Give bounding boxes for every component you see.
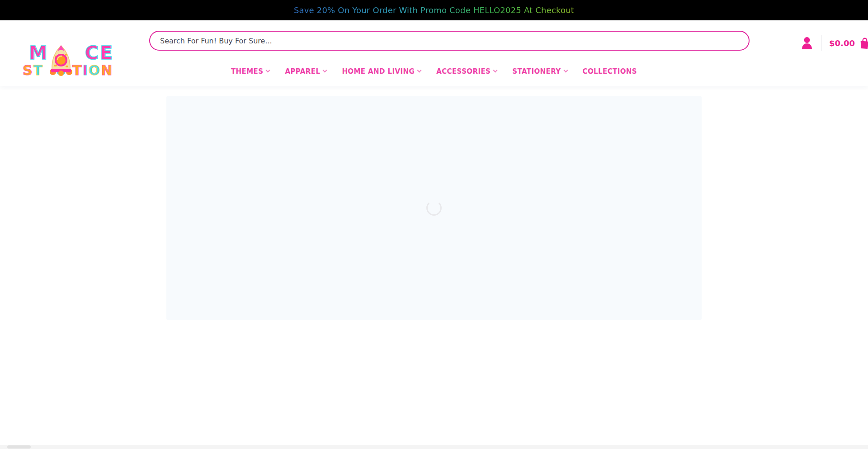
chevron-down-icon (563, 68, 568, 73)
rocket-icon (46, 45, 76, 78)
user-icon[interactable] (801, 37, 813, 49)
nav-item-collections[interactable]: COLLECTIONS (582, 66, 638, 77)
search-bar (149, 31, 750, 51)
promo-banner-text: Save 20% On Your Order With Promo Code H… (294, 5, 574, 15)
nav-item-accessories[interactable]: ACCESSORIES (435, 66, 498, 77)
site-header: M C E S T T I O N (0, 20, 868, 86)
search-input[interactable] (149, 31, 750, 51)
nav-item-stationery[interactable]: STATIONERY (511, 66, 568, 77)
nav-item-label: STATIONERY (512, 67, 561, 76)
nav-item-label: ACCESSORIES (436, 67, 491, 76)
nav-item-themes[interactable]: THEMES (230, 66, 270, 77)
nav-item-label: HOME AND LIVING (342, 67, 415, 76)
chevron-down-icon (323, 68, 327, 73)
scrollbar-thumb[interactable] (7, 445, 31, 449)
nav-item-home-and-living[interactable]: HOME AND LIVING (341, 66, 422, 77)
chevron-down-icon (417, 68, 422, 73)
cart-link[interactable]: $0.00 (829, 36, 868, 50)
spinner-icon (426, 200, 442, 216)
promo-banner: Save 20% On Your Order With Promo Code H… (0, 0, 868, 20)
nav-item-apparel[interactable]: APPAREL (284, 66, 327, 77)
horizontal-scrollbar[interactable] (0, 445, 868, 449)
header-divider (821, 35, 821, 51)
logo-letter: E (100, 43, 114, 63)
nav-item-label: APPAREL (285, 67, 320, 76)
page: Save 20% On Your Order With Promo Code H… (0, 0, 868, 449)
shopping-bag-icon (859, 37, 868, 50)
main-nav: THEMES APPAREL HOME AND LIVING ACCESSORI… (0, 66, 868, 77)
chevron-down-icon (493, 68, 498, 73)
logo-letter: C (85, 43, 100, 63)
nav-item-label: THEMES (231, 67, 263, 76)
loading-panel (166, 96, 702, 320)
chevron-down-icon (266, 68, 270, 73)
cart-total: $0.00 (829, 38, 855, 48)
nav-item-label: COLLECTIONS (583, 67, 637, 76)
